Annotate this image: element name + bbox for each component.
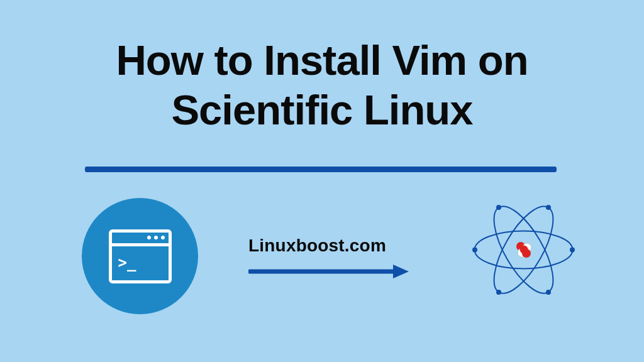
page-title: How to Install Vim on Scientific Linux (0, 35, 644, 134)
svg-point-7 (496, 205, 501, 210)
svg-point-10 (496, 290, 501, 295)
terminal-prompt-glyph: >_ (118, 254, 136, 272)
terminal-icon: >_ (82, 198, 198, 314)
titlebar-dot (147, 236, 151, 239)
site-label: Linuxboost.com (248, 236, 386, 256)
atom-icon (469, 195, 579, 305)
svg-point-8 (546, 290, 551, 295)
title-line-1: How to Install Vim on (116, 36, 528, 84)
title-line-2: Scientific Linux (171, 86, 472, 133)
atom-nucleus (516, 242, 531, 258)
titlebar-dot (161, 236, 165, 239)
arrow-right-icon (248, 264, 409, 279)
terminal-window-icon: >_ (109, 229, 172, 283)
titlebar-dot (154, 236, 158, 239)
title-underline (85, 167, 557, 172)
svg-point-15 (520, 246, 528, 254)
svg-marker-1 (393, 265, 409, 278)
svg-point-5 (570, 248, 575, 253)
terminal-titlebar (112, 233, 169, 246)
svg-point-6 (472, 248, 477, 253)
svg-point-9 (546, 205, 551, 210)
